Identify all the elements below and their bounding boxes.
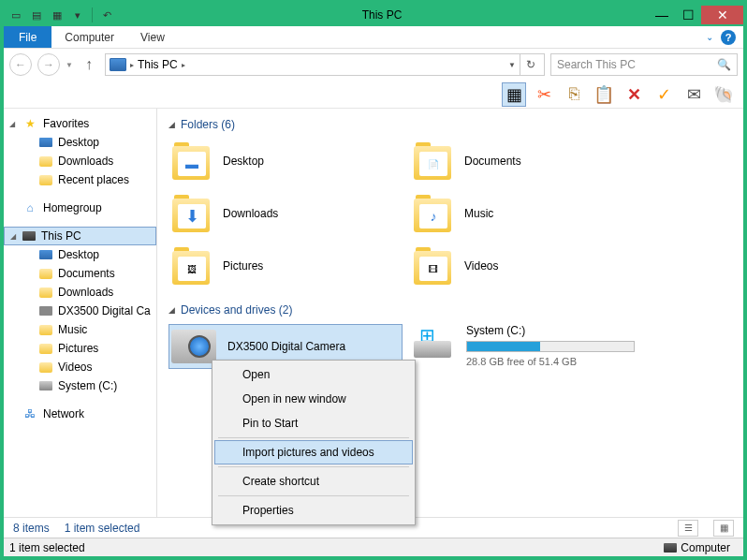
file-tab[interactable]: File xyxy=(4,26,51,48)
collapse-icon[interactable]: ◢ xyxy=(168,120,175,129)
ctx-pin-to-start[interactable]: Pin to Start xyxy=(214,411,413,435)
address-dropdown-icon[interactable]: ▼ xyxy=(508,61,516,69)
folder-icon xyxy=(39,156,52,167)
search-input[interactable]: Search This PC 🔍 xyxy=(550,53,738,76)
shell-button[interactable]: 🐚 xyxy=(711,82,736,107)
folder-icon xyxy=(39,269,52,279)
collapse-icon[interactable]: ◢ xyxy=(168,305,175,315)
window-title: This PC xyxy=(115,8,649,22)
close-button[interactable]: ✕ xyxy=(701,6,743,24)
qat-dropdown-icon[interactable]: ▾ xyxy=(69,7,86,23)
tab-computer[interactable]: Computer xyxy=(51,26,127,48)
drive-system-c[interactable]: ⊞ System (C:) 28.8 GB free of 51.4 GB xyxy=(410,324,644,369)
homegroup-group[interactable]: ⌂ Homegroup xyxy=(4,199,156,217)
cut-button[interactable]: ✂ xyxy=(532,82,556,107)
sidebar-item-downloads[interactable]: Downloads xyxy=(4,283,156,302)
folder-pictures[interactable]: 🖼 Pictures xyxy=(168,243,403,288)
history-dropdown-icon[interactable]: ▼ xyxy=(66,61,73,69)
status-items: 8 items xyxy=(13,522,50,535)
sidebar-item-recent[interactable]: Recent places xyxy=(4,170,156,189)
status-selected: 1 item selected xyxy=(65,522,140,535)
sidebar-item-camera[interactable]: DX3500 Digital Camera xyxy=(4,302,156,320)
paste-button[interactable]: 📋 xyxy=(592,82,616,107)
ribbon: File Computer View ⌄ ? xyxy=(4,26,743,49)
sidebar-item-videos[interactable]: Videos xyxy=(4,358,156,376)
qat-newfolder-icon[interactable]: ▦ xyxy=(49,7,66,23)
maximize-button[interactable]: ☐ xyxy=(675,6,701,24)
titlebar: ▭ ▤ ▦ ▾ ↶ This PC — ☐ ✕ xyxy=(4,4,743,26)
qat-properties-icon[interactable]: ▤ xyxy=(28,7,45,23)
sidebar-item-desktop[interactable]: Desktop xyxy=(4,245,156,264)
collapse-icon[interactable]: ◢ xyxy=(9,120,15,128)
qat-undo-icon[interactable]: ↶ xyxy=(98,7,115,23)
sidebar-item-downloads[interactable]: Downloads xyxy=(4,152,156,170)
sidebar-item-music[interactable]: Music xyxy=(4,320,156,339)
folder-music[interactable]: ♪ Music xyxy=(410,191,644,236)
ribbon-expand-icon[interactable]: ⌄ xyxy=(706,32,713,42)
bottombar: 1 item selected Computer xyxy=(4,538,743,556)
copy-button[interactable]: ⎘ xyxy=(562,82,586,107)
ctx-separator xyxy=(218,495,409,496)
minimize-button[interactable]: — xyxy=(649,6,675,24)
up-button[interactable]: ↑ xyxy=(79,54,99,75)
pc-icon xyxy=(22,231,36,241)
sidebar-item-documents[interactable]: Documents xyxy=(4,264,156,283)
devices-header[interactable]: ◢ Devices and drives (2) xyxy=(168,303,732,317)
rename-button[interactable]: ✓ xyxy=(652,82,676,107)
drive-icon xyxy=(39,381,52,391)
search-icon: 🔍 xyxy=(717,58,731,71)
help-icon[interactable]: ? xyxy=(721,30,736,45)
drive-label: System (C:) xyxy=(466,324,635,337)
forward-button[interactable]: → xyxy=(37,53,60,76)
refresh-button[interactable]: ↻ xyxy=(520,54,540,75)
explorer-window: ▭ ▤ ▦ ▾ ↶ This PC — ☐ ✕ File Computer Vi… xyxy=(0,0,747,560)
folder-documents[interactable]: 📄 Documents xyxy=(410,139,644,184)
network-group[interactable]: 🖧 Network xyxy=(4,405,156,423)
folder-icon xyxy=(39,287,52,298)
drive-icon: ⊞ xyxy=(410,324,455,358)
bottom-location[interactable]: Computer xyxy=(656,541,738,554)
favorites-group[interactable]: ◢ ★ Favorites xyxy=(4,114,156,133)
ctx-separator xyxy=(218,466,409,467)
preview-pane-button[interactable]: ▦ xyxy=(502,82,526,107)
folder-icon: 🖼 xyxy=(170,247,212,285)
view-tiles-button[interactable]: ▦ xyxy=(713,520,734,537)
ctx-open-new-window[interactable]: Open in new window xyxy=(214,387,413,411)
chevron-right-icon[interactable]: ▸ xyxy=(130,61,134,69)
desktop-icon xyxy=(39,250,52,259)
ctx-import-pictures-videos[interactable]: Import pictures and videos xyxy=(214,440,413,464)
folder-videos[interactable]: 🎞 Videos xyxy=(410,243,644,288)
folder-downloads[interactable]: ⬇ Downloads xyxy=(168,191,403,236)
nav-pane: ◢ ★ Favorites Desktop Downloads Recent p… xyxy=(4,109,157,517)
view-details-button[interactable]: ☰ xyxy=(678,520,698,537)
sidebar-item-desktop[interactable]: Desktop xyxy=(4,133,156,152)
context-menu: Open Open in new window Pin to Start Imp… xyxy=(212,360,416,525)
folder-icon: 🎞 xyxy=(412,247,453,285)
sidebar-item-system-c[interactable]: System (C:) xyxy=(4,376,156,395)
ctx-separator xyxy=(218,437,409,438)
back-button[interactable]: ← xyxy=(9,53,32,76)
chevron-right-icon[interactable]: ▸ xyxy=(182,61,185,69)
sidebar-item-thispc[interactable]: ◢ This PC xyxy=(4,227,156,245)
toolbar: ▦ ✂ ⎘ 📋 ✕ ✓ ✉ 🐚 xyxy=(4,81,743,109)
folder-desktop[interactable]: ▬ Desktop xyxy=(168,139,403,184)
folders-header[interactable]: ◢ Folders (6) xyxy=(168,118,732,131)
tab-view[interactable]: View xyxy=(127,26,178,48)
ctx-create-shortcut[interactable]: Create shortcut xyxy=(214,469,413,494)
drive-free-text: 28.8 GB free of 51.4 GB xyxy=(466,356,635,367)
email-button[interactable]: ✉ xyxy=(681,82,706,107)
homegroup-icon: ⌂ xyxy=(22,200,37,215)
drive-usage-bar xyxy=(466,341,635,352)
network-icon: 🖧 xyxy=(22,406,37,421)
app-icon: ▭ xyxy=(7,7,24,23)
breadcrumb[interactable]: This PC xyxy=(138,58,178,71)
collapse-icon[interactable]: ◢ xyxy=(10,232,16,241)
pc-icon xyxy=(110,58,126,71)
sidebar-item-pictures[interactable]: Pictures xyxy=(4,339,156,358)
folder-icon: ♪ xyxy=(412,195,453,232)
delete-button[interactable]: ✕ xyxy=(622,82,646,107)
address-bar[interactable]: ▸ This PC ▸ ▼ ↻ xyxy=(105,53,545,76)
navbar: ← → ▼ ↑ ▸ This PC ▸ ▼ ↻ Search This PC 🔍 xyxy=(4,49,743,81)
ctx-properties[interactable]: Properties xyxy=(214,498,413,523)
ctx-open[interactable]: Open xyxy=(214,362,413,387)
